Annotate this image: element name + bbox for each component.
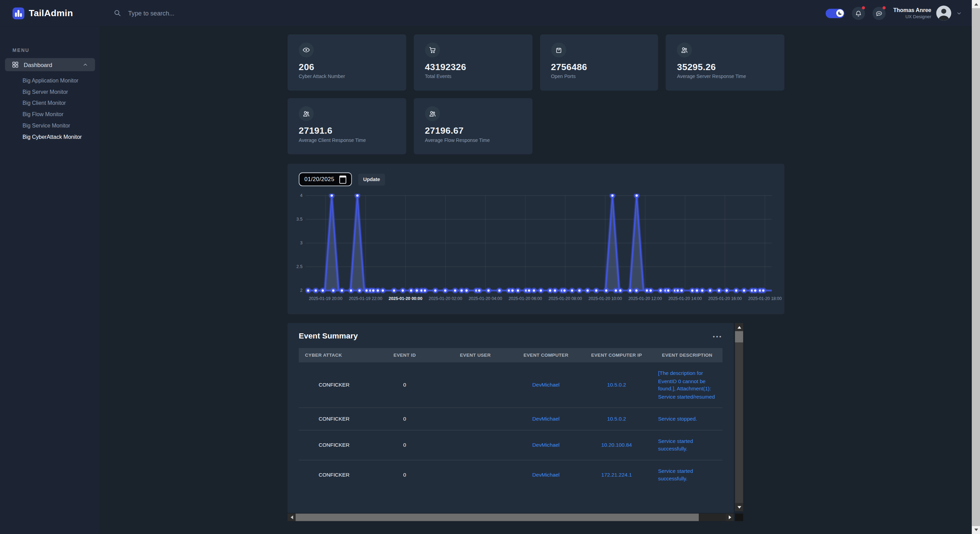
bell-icon: [855, 10, 862, 16]
stat-label: Average Client Response Time: [299, 137, 406, 143]
sidebar-item-big-client-monitor[interactable]: Big Client Monitor: [22, 100, 100, 106]
main-content: 206Cyber Attack Number43192326Total Even…: [100, 26, 972, 534]
brand-name: TailAdmin: [29, 8, 73, 18]
sidebar-group-dashboard[interactable]: Dashboard: [5, 58, 95, 71]
sidebar-item-big-service-monitor[interactable]: Big Service Monitor: [22, 122, 100, 129]
date-value: 01/20/2025: [304, 176, 334, 183]
column-header: EVENT DESCRIPTION: [652, 352, 722, 358]
search-bar: [114, 9, 826, 17]
header-actions: Thomas Anree UX Designer: [826, 5, 972, 21]
event-description-cell: [The description for EventID 0 cannot be…: [652, 369, 722, 400]
page-scroll-thumb[interactable]: [972, 8, 980, 526]
cart-icon: [425, 43, 440, 58]
user-role: UX Designer: [893, 14, 932, 19]
chevron-down-icon: [956, 10, 962, 16]
scrollbar-corner: [735, 514, 743, 521]
event-computer-ip-cell[interactable]: 172.21.224.1: [581, 471, 652, 479]
y-axis-tick: 2: [287, 288, 302, 292]
column-header: CYBER ATTACK: [299, 352, 369, 358]
scroll-down-button[interactable]: [735, 503, 743, 511]
column-header: EVENT COMPUTER: [511, 352, 581, 358]
x-axis-tick: 2025-01-20 18:00: [740, 296, 790, 301]
cyber-attack-cell: CONFICKER: [299, 415, 369, 423]
sidebar-item-big-flow-monitor[interactable]: Big Flow Monitor: [22, 111, 100, 118]
scroll-left-button[interactable]: [287, 514, 296, 521]
event-id-cell: 0: [369, 381, 440, 389]
event-table-header: CYBER ATTACKEVENT IDEVENT USEREVENT COMP…: [299, 348, 722, 362]
horizontal-scroll-thumb[interactable]: [296, 514, 699, 521]
brand-logo[interactable]: TailAdmin: [0, 7, 100, 19]
event-summary-title: Event Summary: [299, 332, 722, 340]
event-computer-ip-cell[interactable]: 10.20.100.84: [581, 441, 652, 449]
date-input[interactable]: 01/20/2025: [299, 173, 352, 186]
bar-chart-logo-icon: [13, 7, 24, 19]
stat-label: Open Ports: [551, 74, 658, 79]
stat-card: 27191.6Average Client Response Time: [287, 98, 406, 154]
event-summary-panel: Event Summary ••• CYBER ATTACKEVENT IDEV…: [287, 323, 733, 513]
table-row: CONFICKER0DevMichael172.21.224.1Service …: [299, 459, 722, 490]
sidebar: MENU Dashboard Big Application MonitorBi…: [0, 26, 100, 534]
event-description-cell: Service started successfully.: [652, 467, 722, 482]
events-line-chart[interactable]: [305, 194, 772, 294]
stat-value: 2756486: [551, 62, 658, 72]
horizontal-scrollbar[interactable]: [287, 514, 733, 521]
table-vertical-scrollbar[interactable]: [735, 323, 743, 511]
page-scrollbar[interactable]: [972, 0, 980, 534]
scroll-up-button[interactable]: [735, 323, 743, 331]
table-row: CONFICKER0DevMichael10.20.100.84Service …: [299, 429, 722, 459]
event-description-cell: Service stopped.: [652, 415, 722, 423]
sidebar-item-big-application-monitor[interactable]: Big Application Monitor: [22, 77, 100, 84]
bag-icon: [551, 43, 566, 58]
sidebar-item-big-cyberattack-monitor[interactable]: Big CyberAttack Monitor: [22, 134, 100, 140]
page-scroll-up-button[interactable]: [972, 0, 980, 8]
stat-value: 35295.26: [677, 62, 784, 72]
stat-label: Average Server Response Time: [677, 74, 784, 79]
y-axis-tick: 2.5: [287, 264, 302, 269]
event-computer-ip-cell[interactable]: 10.5.0.2: [581, 415, 652, 423]
event-computer-cell[interactable]: DevMichael: [511, 415, 581, 423]
table-row: CONFICKER0DevMichael10.5.0.2[The descrip…: [299, 362, 722, 408]
cyber-attack-cell: CONFICKER: [299, 441, 369, 449]
page-scroll-down-button[interactable]: [972, 526, 980, 534]
users-icon: [299, 106, 314, 121]
stat-value: 43192326: [425, 62, 532, 72]
update-button[interactable]: Update: [358, 173, 385, 186]
chat-icon: [876, 10, 883, 16]
y-axis-tick: 3.5: [287, 217, 302, 221]
user-menu[interactable]: Thomas Anree UX Designer: [893, 5, 962, 21]
stat-label: Average Flow Response Time: [425, 137, 532, 143]
event-description-cell: Service started successfully.: [652, 437, 722, 453]
event-computer-cell[interactable]: DevMichael: [511, 441, 581, 449]
search-icon: [114, 9, 121, 17]
search-input[interactable]: [127, 9, 267, 17]
dashboard-page: TailAdmin Thomas Anree UX Designer: [0, 0, 980, 534]
ellipsis-icon[interactable]: •••: [713, 335, 722, 339]
cyber-attack-cell: CONFICKER: [299, 471, 369, 479]
sidebar-item-big-server-monitor[interactable]: Big Server Monitor: [22, 89, 100, 95]
messages-button[interactable]: [873, 6, 886, 19]
event-id-cell: 0: [369, 441, 440, 449]
column-header: EVENT ID: [369, 352, 440, 358]
chevron-up-icon: [83, 62, 88, 67]
grid-icon: [12, 61, 19, 68]
table-row: CONFICKER0DevMichael10.5.0.2Service stop…: [299, 407, 722, 429]
scroll-right-button[interactable]: [725, 514, 734, 521]
stat-value: 27196.67: [425, 126, 532, 135]
stat-card: 43192326Total Events: [414, 34, 532, 91]
avatar[interactable]: [936, 5, 951, 21]
dark-mode-toggle[interactable]: [826, 9, 845, 18]
event-computer-ip-cell[interactable]: 10.5.0.2: [581, 381, 652, 389]
moon-icon: [837, 11, 843, 16]
y-axis-tick: 3: [287, 240, 302, 245]
event-id-cell: 0: [369, 471, 440, 479]
stat-card: 35295.26Average Server Response Time: [666, 34, 784, 91]
vertical-scroll-thumb[interactable]: [735, 331, 743, 343]
event-computer-cell[interactable]: DevMichael: [511, 471, 581, 479]
stat-label: Cyber Attack Number: [299, 74, 406, 79]
event-computer-cell[interactable]: DevMichael: [511, 381, 581, 389]
event-id-cell: 0: [369, 415, 440, 423]
cyber-attack-cell: CONFICKER: [299, 381, 369, 389]
notifications-button[interactable]: [852, 6, 865, 19]
stat-value: 27191.6: [299, 126, 406, 135]
attack-chart-panel: 01/20/2025 Update 43.532.52 2025-01-19 2…: [287, 164, 784, 314]
